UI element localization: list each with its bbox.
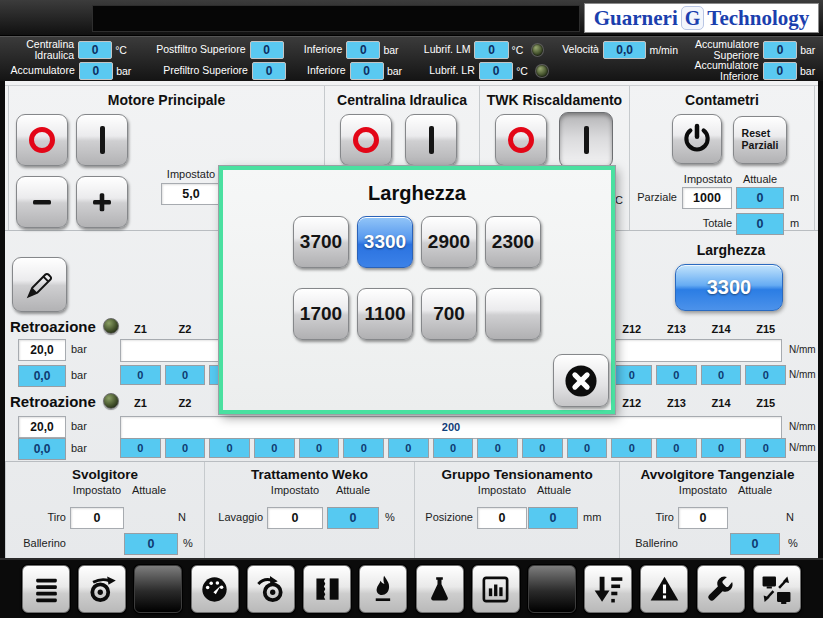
- unit-label: bar: [387, 65, 408, 77]
- plus-icon: [87, 187, 117, 217]
- sort-descending-icon: [593, 574, 624, 605]
- col-attuale-label: Attuale: [737, 173, 783, 185]
- col-attuale-label: Attuale: [730, 484, 780, 496]
- motore-increase-button[interactable]: [76, 176, 128, 228]
- zone-value-cell: 0: [522, 438, 563, 458]
- unit-label: °C: [115, 44, 134, 56]
- posizione-attuale-value: 0: [528, 507, 578, 529]
- zone-value-cell: 0: [120, 365, 161, 385]
- brand-logo: Guarneri G Technology: [584, 3, 819, 33]
- accumulatore-superiore-value: 0: [763, 41, 797, 59]
- centralina-off-button[interactable]: [340, 114, 392, 166]
- zone-header: Z15: [745, 323, 786, 335]
- alarms-page-button[interactable]: [640, 565, 688, 613]
- lavaggio-impostato-field[interactable]: 0: [267, 507, 323, 529]
- twk-on-button[interactable]: [559, 112, 613, 168]
- wrench-icon: [705, 574, 736, 605]
- rewinder-icon: [255, 574, 286, 605]
- lavaggio-attuale-value: 0: [327, 507, 379, 529]
- tiro-impostato-field[interactable]: 0: [678, 507, 728, 529]
- edit-recipe-button[interactable]: [12, 257, 67, 312]
- width-option-1100[interactable]: 1100: [357, 288, 413, 340]
- reset-parziali-button[interactable]: Reset Parziali: [733, 116, 787, 164]
- width-option-2300[interactable]: 2300: [485, 216, 541, 268]
- zone-header: Z14: [701, 397, 742, 409]
- twk-off-button[interactable]: [495, 114, 547, 166]
- zone-value-cell: 0: [120, 438, 161, 458]
- zone-header: Z1: [120, 323, 161, 335]
- statistics-page-button[interactable]: [472, 565, 520, 613]
- zone-header: Z12: [611, 323, 652, 335]
- width-option-3300-selected[interactable]: 3300: [357, 216, 413, 268]
- film-rollers-page-button[interactable]: [303, 565, 351, 613]
- tiro-label: Tiro: [630, 511, 674, 523]
- retro2-zone-setpoint-field[interactable]: 200: [120, 416, 782, 439]
- dialog-close-button[interactable]: [553, 354, 609, 407]
- motore-off-button[interactable]: [16, 114, 68, 166]
- zone-value-cell: 0: [656, 438, 697, 458]
- remote-connection-button[interactable]: [753, 565, 801, 613]
- active-page-blank-button[interactable]: [134, 565, 182, 613]
- totale-label: Totale: [682, 217, 732, 229]
- lubrif-lm-label: Lubrif. LM: [410, 44, 470, 55]
- menu-button[interactable]: [22, 565, 70, 613]
- unit-label: N: [786, 511, 794, 523]
- flame-icon: [368, 574, 399, 605]
- unit-label: N: [178, 511, 186, 523]
- off-ring-icon: [353, 127, 379, 153]
- unit-label: N/mm: [789, 369, 816, 380]
- unit-label: m: [790, 191, 799, 203]
- prefiltro-label: Prefiltro Superiore: [141, 65, 248, 76]
- parziale-impostato-field[interactable]: 1000: [682, 187, 732, 209]
- posizione-impostato-field[interactable]: 0: [477, 507, 527, 529]
- unit-label: N/mm: [789, 421, 816, 432]
- dialog-title: Larghezza: [223, 182, 611, 205]
- rewinder-page-button[interactable]: [247, 565, 295, 613]
- unit-label: m/min: [649, 44, 681, 56]
- panel-svolgitore: Svolgitore Impostato Attuale Tiro 0 N Ba…: [5, 462, 205, 558]
- unit-label: bar: [71, 343, 87, 355]
- off-ring-icon: [29, 127, 55, 153]
- retro2-zone-values-row: 000000000000000: [120, 438, 786, 458]
- motore-impostato-field[interactable]: 5,0: [161, 183, 221, 205]
- active-page-blank-button[interactable]: [528, 565, 576, 613]
- brand-name-right: Technology: [707, 6, 809, 31]
- panel-title: Trattamento Weko: [205, 467, 414, 482]
- velocita-value: 0,0: [603, 41, 646, 59]
- zone-value-cell: 0: [611, 365, 652, 385]
- heating-page-button[interactable]: [359, 565, 407, 613]
- retro2-setpoint-field[interactable]: 20,0: [18, 416, 66, 438]
- accumulatore-superiore-label: Accumulatore Superiore: [687, 39, 759, 60]
- tiro-impostato-field[interactable]: 0: [70, 507, 124, 529]
- chemical-page-button[interactable]: [416, 565, 464, 613]
- width-option-2900[interactable]: 2900: [421, 216, 477, 268]
- retroazione-1-label: Retroazione: [10, 318, 96, 335]
- sequence-page-button[interactable]: [584, 565, 632, 613]
- panel-title: Contametri: [630, 92, 814, 108]
- hmi-screen: Guarneri G Technology Centralina Idrauli…: [0, 0, 823, 618]
- larghezza-open-button[interactable]: 3300: [675, 264, 783, 311]
- larghezza-dialog: Larghezza 3700 3300 2900 2300 1700 1100 …: [219, 166, 615, 414]
- width-option-blank[interactable]: [485, 288, 541, 340]
- contametri-power-button[interactable]: [672, 114, 722, 164]
- width-option-700[interactable]: 700: [421, 288, 477, 340]
- centralina-on-button[interactable]: [405, 114, 457, 166]
- postfiltro-inferiore-label: Inferiore: [290, 44, 343, 55]
- width-option-1700[interactable]: 1700: [293, 288, 349, 340]
- motore-on-button[interactable]: [76, 114, 128, 166]
- motore-decrease-button[interactable]: [16, 176, 68, 228]
- impostato-label: Impostato: [159, 168, 223, 180]
- settings-page-button[interactable]: [697, 565, 745, 613]
- zone-value-cell: 0: [343, 438, 384, 458]
- width-option-3700[interactable]: 3700: [293, 216, 349, 268]
- on-bar-icon: [100, 126, 105, 154]
- panel-title: Gruppo Tensionamento: [415, 467, 619, 482]
- unwinder-page-button[interactable]: [78, 565, 126, 613]
- panel-gruppo-tensionamento: Gruppo Tensionamento Impostato Attuale P…: [415, 462, 620, 558]
- zone-value-cell: 0: [567, 438, 608, 458]
- gauge-page-button[interactable]: [191, 565, 239, 613]
- brand-monogram-icon: G: [681, 6, 705, 30]
- accumulatore-label: Accumulatore: [10, 65, 75, 76]
- retro1-setpoint-field[interactable]: 20,0: [18, 339, 66, 361]
- warning-icon: [649, 574, 680, 605]
